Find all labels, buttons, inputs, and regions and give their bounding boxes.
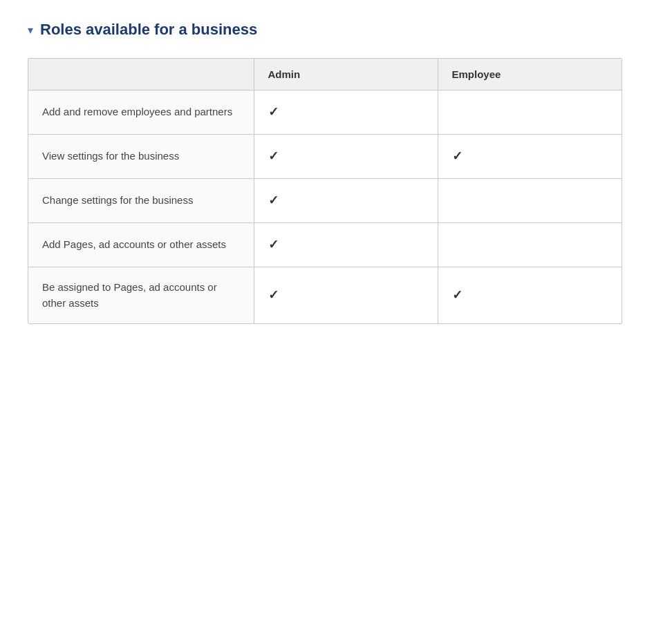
check-mark-icon: ✓ [268, 238, 279, 251]
check-mark-icon: ✓ [268, 288, 279, 302]
check-mark-icon: ✓ [268, 149, 279, 163]
feature-cell: Add and remove employees and partners [28, 91, 254, 135]
table-row: Be assigned to Pages, ad accounts or oth… [28, 267, 622, 324]
roles-table: Admin Employee Add and remove employees … [28, 59, 622, 323]
check-mark-icon: ✓ [452, 288, 463, 302]
table-row: Add and remove employees and partners✓ [28, 91, 622, 135]
admin-cell: ✓ [254, 267, 438, 324]
chevron-icon: ▾ [28, 23, 33, 37]
check-mark-icon: ✓ [452, 149, 463, 163]
table-row: Add Pages, ad accounts or other assets✓ [28, 223, 622, 267]
table-row: Change settings for the business✓ [28, 179, 622, 223]
table-row: View settings for the business✓✓ [28, 135, 622, 179]
admin-cell: ✓ [254, 135, 438, 179]
page-title: Roles available for a business [40, 21, 257, 39]
admin-cell: ✓ [254, 179, 438, 223]
table-header-row: Admin Employee [28, 59, 622, 91]
page-header: ▾ Roles available for a business [28, 21, 644, 39]
feature-cell: Add Pages, ad accounts or other assets [28, 223, 254, 267]
employee-cell [438, 179, 622, 223]
check-mark-icon: ✓ [268, 193, 279, 207]
admin-cell: ✓ [254, 91, 438, 135]
employee-cell [438, 223, 622, 267]
employee-cell [438, 91, 622, 135]
feature-column-header [28, 59, 254, 91]
employee-cell: ✓ [438, 135, 622, 179]
admin-cell: ✓ [254, 223, 438, 267]
admin-column-header: Admin [254, 59, 438, 91]
feature-cell: Be assigned to Pages, ad accounts or oth… [28, 267, 254, 324]
employee-cell: ✓ [438, 267, 622, 324]
feature-cell: Change settings for the business [28, 179, 254, 223]
employee-column-header: Employee [438, 59, 622, 91]
roles-table-container: Admin Employee Add and remove employees … [28, 58, 622, 324]
feature-cell: View settings for the business [28, 135, 254, 179]
check-mark-icon: ✓ [268, 105, 279, 119]
